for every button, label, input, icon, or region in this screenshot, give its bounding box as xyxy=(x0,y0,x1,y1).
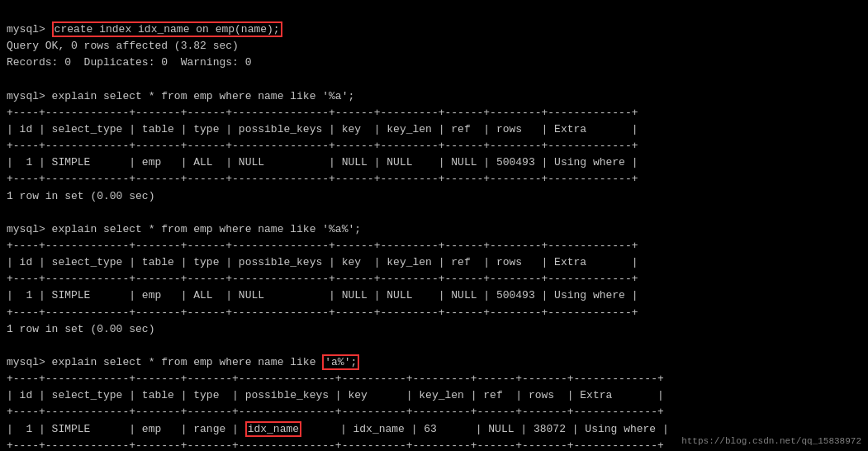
table3-border-bot: +----+-------------+-------+-------+----… xyxy=(7,439,664,451)
table3-header: | id | select_type | table | type | poss… xyxy=(7,389,664,401)
table2-border-bot: +----+-------------+-------+------+-----… xyxy=(7,306,638,319)
table2-result: 1 row in set (0.00 sec) xyxy=(7,323,154,335)
table3-highlight-key: idx_name xyxy=(245,421,301,437)
cmd-highlight-21: 'a%'; xyxy=(322,354,359,370)
prompt-1: mysql> xyxy=(7,23,52,36)
cmd-text-21: explain select * from emp where name lik… xyxy=(52,354,360,370)
terminal-output: mysql> create index idx_name on emp(name… xyxy=(7,5,861,451)
watermark: https://blog.csdn.net/qq_15838972 xyxy=(681,436,861,446)
table2-row1: | 1 | SIMPLE | emp | ALL | NULL | NULL |… xyxy=(7,289,638,301)
line-2: Query OK, 0 rows affected (3.82 sec) xyxy=(7,40,239,52)
table1-border-top: +----+-------------+-------+------+-----… xyxy=(7,107,638,119)
prompt-5: mysql> xyxy=(7,90,52,102)
table3-border-top: +----+-------------+-------+-------+----… xyxy=(7,373,664,385)
prompt-21: mysql> xyxy=(7,356,52,368)
table3-border-mid: +----+-------------+-------+-------+----… xyxy=(7,406,664,418)
line-1: mysql> create index idx_name on emp(name… xyxy=(7,21,282,37)
line-5: mysql> explain select * from emp where n… xyxy=(7,90,354,102)
line-21: mysql> explain select * from emp where n… xyxy=(7,354,359,370)
cmd-text-13: explain select * from emp where name lik… xyxy=(52,223,361,235)
line-13: mysql> explain select * from emp where n… xyxy=(7,223,361,235)
cmd-text-5: explain select * from emp where name lik… xyxy=(52,90,355,102)
table1-border-bot: +----+-------------+-------+------+-----… xyxy=(7,173,638,185)
table2-border-mid: +----+-------------+-------+------+-----… xyxy=(7,273,638,285)
prompt-13: mysql> xyxy=(7,223,52,235)
cmd-highlight-1: create index idx_name on emp(name); xyxy=(52,21,282,37)
table2-border-top: +----+-------------+-------+------+-----… xyxy=(7,240,638,252)
line-3: Records: 0 Duplicates: 0 Warnings: 0 xyxy=(7,56,251,69)
table2-header: | id | select_type | table | type | poss… xyxy=(7,256,638,268)
table1-header: | id | select_type | table | type | poss… xyxy=(7,123,638,135)
table1-result: 1 row in set (0.00 sec) xyxy=(7,190,154,202)
table1-row1: | 1 | SIMPLE | emp | ALL | NULL | NULL |… xyxy=(7,156,638,169)
table1-border-mid: +----+-------------+-------+------+-----… xyxy=(7,140,638,152)
table3-row1: | 1 | SIMPLE | emp | range | idx_name | … xyxy=(7,421,669,437)
